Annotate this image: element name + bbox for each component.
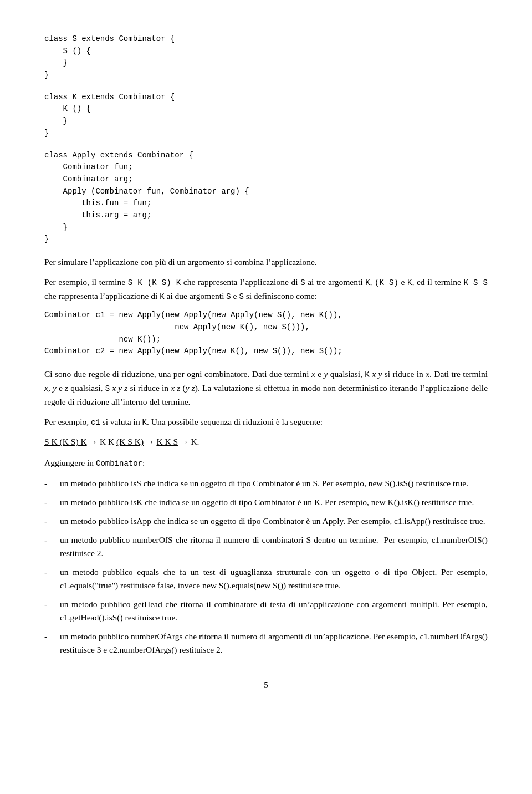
list-dash: - bbox=[44, 496, 58, 509]
list-dash: - bbox=[44, 566, 58, 579]
list-dash: - bbox=[44, 515, 58, 528]
prose-p1: Per simulare l’applicazione con più di u… bbox=[44, 256, 488, 269]
list-dash: - bbox=[44, 477, 58, 490]
method-list: - un metodo pubblico isS che indica se u… bbox=[44, 477, 488, 656]
list-item-isS: - un metodo pubblico isS che indica se u… bbox=[44, 477, 488, 490]
list-dash: - bbox=[44, 630, 58, 643]
list-item-text: un metodo pubblico numberOfArgs che rito… bbox=[60, 630, 488, 656]
list-item-text: un metodo pubblico isApp che indica se u… bbox=[60, 515, 485, 528]
list-item-text: un metodo pubblico isK che indica se un … bbox=[60, 496, 474, 509]
list-item-getHead: - un metodo pubblico getHead che ritorna… bbox=[44, 598, 488, 624]
list-dash: - bbox=[44, 598, 58, 611]
code-class-s: class S extends Combinator { S () { } } bbox=[44, 33, 488, 82]
list-item-text: un metodo pubblico numberOfS che ritorna… bbox=[60, 533, 488, 560]
prose-p5: Aggiungere in Combinator: bbox=[44, 456, 488, 470]
prose-reduction: S K (K S) K → K K (K S K) → K K S → K. bbox=[44, 435, 488, 449]
list-item-isApp: - un metodo pubblico isApp che indica se… bbox=[44, 515, 488, 528]
page-number: 5 bbox=[44, 679, 488, 691]
page: class S extends Combinator { S () { } } … bbox=[0, 0, 532, 794]
list-item-text: un metodo pubblico getHead che ritorna i… bbox=[60, 598, 488, 624]
prose-p3: Ci sono due regole di riduzione, una per… bbox=[44, 368, 488, 408]
prose-p4: Per esempio, c1 si valuta in K. Una poss… bbox=[44, 415, 488, 429]
list-item-isK: - un metodo pubblico isK che indica se u… bbox=[44, 496, 488, 509]
list-item-text: un metodo pubblico isS che indica se un … bbox=[60, 477, 468, 490]
list-item-numberOfArgs: - un metodo pubblico numberOfArgs che ri… bbox=[44, 630, 488, 656]
list-item-text: un metodo pubblico equals che fa un test… bbox=[60, 566, 488, 592]
code-combinators: Combinator c1 = new Apply(new Apply(new … bbox=[44, 309, 488, 358]
list-dash: - bbox=[44, 533, 58, 547]
list-item-numberOfS: - un metodo pubblico numberOfS che ritor… bbox=[44, 533, 488, 560]
code-class-k: class K extends Combinator { K () { } } bbox=[44, 91, 488, 140]
code-class-apply: class Apply extends Combinator { Combina… bbox=[44, 150, 488, 246]
prose-p2: Per esempio, il termine S K (K S) K che … bbox=[44, 276, 488, 303]
list-item-equals: - un metodo pubblico equals che fa un te… bbox=[44, 566, 488, 592]
